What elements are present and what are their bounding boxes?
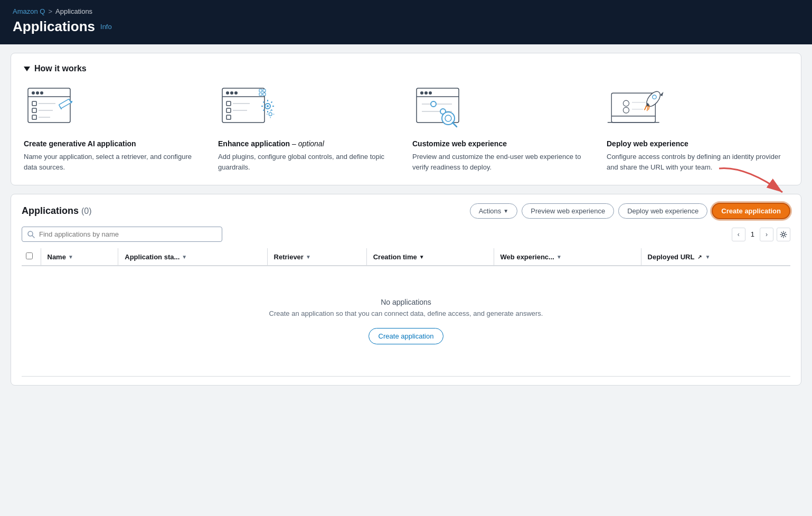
svg-line-54	[452, 123, 457, 127]
how-it-works-steps: Create generative AI application Name yo…	[24, 84, 788, 172]
hiw-step-customize: Customize web experience Preview and cus…	[412, 84, 594, 172]
apps-panel-title-area: Applications (0)	[22, 205, 92, 217]
customize-icon	[412, 84, 476, 132]
svg-rect-21	[226, 108, 231, 112]
sort-retriever-button[interactable]: Retriever ▼	[274, 253, 311, 261]
sort-web-exp-icon: ▼	[556, 254, 562, 260]
preview-web-experience-button[interactable]: Preview web experience	[522, 203, 614, 219]
svg-point-60	[623, 107, 629, 113]
sort-web-exp-button[interactable]: Web experienc... ▼	[501, 253, 562, 261]
col-header-status: Application sta... ▼	[118, 248, 267, 266]
how-it-works-title: How it works	[34, 64, 87, 73]
hiw-step-enhance-title: Enhance application – optional	[218, 139, 400, 148]
empty-state-secondary-text: Create an application so that you can co…	[32, 309, 780, 317]
hiw-step-create: Create generative AI application Name yo…	[24, 84, 205, 172]
actions-button[interactable]: Actions ▼	[470, 203, 518, 219]
apps-actions-bar: Actions ▼ Preview web experience Deploy …	[470, 203, 790, 219]
how-it-works-header: How it works	[24, 64, 788, 73]
breadcrumb-separator: >	[48, 7, 52, 15]
create-app-icon	[24, 84, 87, 132]
breadcrumb: Amazon Q > Applications	[13, 7, 799, 15]
search-box[interactable]	[22, 227, 222, 242]
empty-state: No applications Create an application so…	[22, 266, 790, 376]
next-page-button[interactable]: ›	[760, 228, 773, 241]
apps-panel-title: Applications (0)	[22, 205, 92, 216]
sort-creation-time-button[interactable]: Creation time ▼	[373, 253, 424, 261]
svg-line-71	[32, 236, 34, 238]
main-content: How it works	[0, 44, 812, 516]
svg-rect-23	[226, 115, 231, 119]
table-settings-button[interactable]	[777, 228, 790, 241]
svg-marker-65	[660, 92, 664, 96]
hiw-step-deploy: Deploy web experience Configure access c…	[607, 84, 788, 172]
svg-point-16	[230, 91, 233, 95]
svg-point-1	[32, 91, 35, 95]
col-header-checkbox	[22, 248, 41, 266]
page-number: 1	[749, 230, 757, 238]
sort-name-icon: ▼	[68, 254, 73, 260]
svg-point-17	[234, 91, 238, 95]
svg-point-3	[40, 91, 43, 95]
svg-point-44	[420, 91, 423, 95]
col-header-creation-time: Creation time ▼	[366, 248, 494, 266]
actions-chevron-icon: ▼	[503, 208, 508, 214]
svg-point-45	[424, 91, 428, 95]
svg-point-34	[269, 112, 272, 116]
breadcrumb-parent[interactable]: Amazon Q	[13, 7, 45, 15]
sort-status-button[interactable]: Application sta... ▼	[125, 253, 187, 261]
col-header-web-experience: Web experienc... ▼	[494, 248, 641, 266]
empty-state-primary-text: No applications	[32, 298, 780, 306]
svg-rect-5	[32, 101, 36, 106]
hiw-step-create-desc: Name your application, select a retrieve…	[24, 152, 205, 172]
svg-rect-19	[226, 101, 231, 106]
info-link[interactable]: Info	[100, 23, 112, 31]
apps-panel-header: Applications (0) Actions ▼	[22, 203, 790, 219]
apps-count-badge: (0)	[81, 207, 92, 215]
search-pagination-row: ‹ 1 ›	[22, 227, 790, 242]
svg-point-2	[36, 91, 39, 95]
hiw-step-deploy-title: Deploy web experience	[607, 139, 788, 148]
svg-line-31	[271, 110, 272, 111]
hiw-step-customize-desc: Preview and customize the end-user web e…	[412, 152, 594, 172]
svg-point-15	[226, 91, 229, 95]
svg-rect-39	[259, 89, 262, 92]
svg-line-30	[263, 102, 265, 103]
collapse-triangle-icon	[24, 67, 30, 71]
prev-page-button[interactable]: ‹	[732, 228, 745, 241]
applications-panel: Applications (0) Actions ▼	[11, 194, 801, 386]
deploy-web-experience-button[interactable]: Deploy web experience	[618, 203, 707, 219]
empty-state-create-button[interactable]: Create application	[369, 328, 444, 344]
search-input[interactable]	[39, 230, 216, 238]
hiw-step-customize-title: Customize web experience	[412, 139, 594, 148]
sort-retriever-icon: ▼	[306, 254, 311, 260]
hiw-step-deploy-desc: Configure access controls by defining an…	[607, 152, 788, 172]
svg-rect-9	[32, 115, 36, 119]
create-application-button[interactable]: Create application	[712, 203, 790, 219]
select-all-checkbox[interactable]	[26, 252, 33, 259]
page-title: Applications	[13, 18, 95, 35]
svg-rect-42	[263, 93, 266, 96]
page-header: Amazon Q > Applications Applications Inf…	[0, 0, 812, 44]
svg-point-49	[431, 101, 436, 107]
hiw-step-create-title: Create generative AI application	[24, 139, 205, 148]
svg-rect-41	[259, 93, 262, 96]
how-it-works-panel: How it works	[11, 53, 801, 185]
col-header-retriever: Retriever ▼	[267, 248, 366, 266]
sort-deployed-url-button[interactable]: Deployed URL ↗ ▼	[648, 253, 711, 261]
pagination-row: ‹ 1 ›	[732, 228, 790, 241]
svg-line-33	[263, 110, 265, 111]
svg-line-32	[271, 102, 272, 103]
sort-name-button[interactable]: Name ▼	[48, 253, 73, 261]
svg-point-25	[267, 105, 269, 107]
sort-status-icon: ▼	[182, 254, 187, 260]
col-header-name: Name ▼	[41, 248, 118, 266]
applications-table: Name ▼ Application sta... ▼ Retriever	[22, 248, 790, 377]
svg-rect-7	[32, 108, 36, 112]
external-link-icon: ↗	[697, 254, 702, 260]
enhance-app-icon	[218, 84, 281, 132]
sort-deployed-url-icon: ▼	[705, 254, 710, 260]
svg-point-72	[782, 233, 785, 236]
page-title-row: Applications Info	[13, 18, 799, 35]
hiw-step-enhance-desc: Add plugins, configure global controls, …	[218, 152, 400, 172]
breadcrumb-current: Applications	[55, 7, 92, 15]
